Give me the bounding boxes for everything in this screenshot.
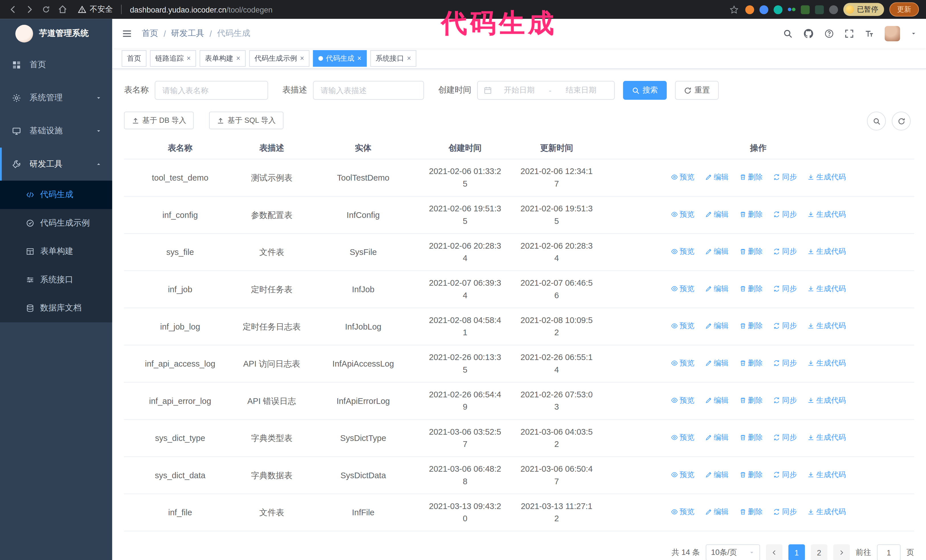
action-delete[interactable]: 删除: [739, 469, 763, 481]
fontsize-icon[interactable]: [864, 29, 874, 38]
tab-form-builder[interactable]: 表单构建×: [200, 50, 246, 66]
action-preview[interactable]: 预览: [671, 432, 694, 444]
sidebar-item-codegen-example[interactable]: 代码生成示例: [0, 209, 112, 237]
action-generate[interactable]: 生成代码: [808, 208, 846, 221]
action-delete[interactable]: 删除: [739, 208, 763, 221]
extension-icon[interactable]: [773, 5, 782, 14]
table-name-input[interactable]: [155, 81, 268, 100]
action-generate[interactable]: 生成代码: [808, 320, 846, 332]
update-button[interactable]: 更新: [889, 2, 919, 17]
puzzle-extension-icon[interactable]: [829, 5, 838, 14]
action-generate[interactable]: 生成代码: [808, 171, 846, 184]
close-icon[interactable]: ×: [407, 55, 411, 62]
action-preview[interactable]: 预览: [671, 357, 694, 370]
action-edit[interactable]: 编辑: [705, 357, 729, 370]
hamburger-button[interactable]: [122, 28, 132, 39]
site-security[interactable]: 不安全: [78, 4, 113, 15]
refresh-table-button[interactable]: [892, 112, 911, 130]
app-logo[interactable]: 芋道管理系统: [0, 19, 112, 48]
close-icon[interactable]: ×: [187, 55, 191, 62]
close-icon[interactable]: ×: [357, 55, 362, 62]
search-button[interactable]: 搜索: [623, 81, 667, 100]
start-date-placeholder[interactable]: 开始日期: [492, 85, 546, 95]
action-generate[interactable]: 生成代码: [808, 357, 846, 370]
action-edit[interactable]: 编辑: [705, 208, 729, 221]
action-delete[interactable]: 删除: [739, 320, 763, 332]
action-preview[interactable]: 预览: [671, 246, 694, 258]
url-bar[interactable]: dashboard.yudao.iocoder.cn/tool/codegen: [130, 5, 272, 14]
action-generate[interactable]: 生成代码: [808, 469, 846, 481]
action-sync[interactable]: 同步: [773, 320, 797, 332]
home-button[interactable]: [57, 3, 68, 15]
tab-codegen[interactable]: 代码生成×: [313, 50, 367, 66]
action-generate[interactable]: 生成代码: [808, 432, 846, 444]
page-button-1[interactable]: 1: [788, 544, 805, 560]
sidebar-item-system[interactable]: 系统管理: [0, 82, 112, 115]
action-edit[interactable]: 编辑: [705, 171, 729, 184]
action-edit[interactable]: 编辑: [705, 246, 729, 258]
avatar-caret-icon[interactable]: [911, 31, 917, 37]
end-date-placeholder[interactable]: 结束日期: [554, 85, 608, 95]
fullscreen-icon[interactable]: [844, 29, 854, 38]
user-avatar[interactable]: [885, 26, 900, 41]
sidebar-item-api[interactable]: 系统接口: [0, 266, 112, 294]
action-edit[interactable]: 编辑: [705, 394, 729, 407]
action-sync[interactable]: 同步: [773, 208, 797, 221]
sidebar-item-db-doc[interactable]: 数据库文档: [0, 294, 112, 322]
github-icon[interactable]: [803, 28, 814, 39]
action-sync[interactable]: 同步: [773, 394, 797, 407]
action-generate[interactable]: 生成代码: [808, 282, 846, 295]
action-preview[interactable]: 预览: [671, 320, 694, 332]
action-delete[interactable]: 删除: [739, 432, 763, 444]
action-sync[interactable]: 同步: [773, 506, 797, 518]
action-generate[interactable]: 生成代码: [808, 506, 846, 518]
search-icon[interactable]: [783, 29, 792, 38]
sidebar-item-form-builder[interactable]: 表单构建: [0, 237, 112, 266]
action-edit[interactable]: 编辑: [705, 320, 729, 332]
action-delete[interactable]: 删除: [739, 246, 763, 258]
reload-button[interactable]: [40, 3, 52, 15]
import-db-button[interactable]: 基于 DB 导入: [124, 112, 194, 129]
paused-badge[interactable]: 已暂停: [843, 3, 884, 16]
extension-icon[interactable]: [759, 5, 768, 14]
prev-page-button[interactable]: [766, 544, 782, 560]
action-edit[interactable]: 编辑: [705, 432, 729, 444]
action-preview[interactable]: 预览: [671, 394, 694, 407]
extension-icon[interactable]: [801, 5, 810, 14]
tab-api[interactable]: 系统接口×: [371, 50, 416, 66]
page-button-2[interactable]: 2: [811, 544, 828, 560]
action-delete[interactable]: 删除: [739, 357, 763, 370]
sidebar-item-devtools[interactable]: 研发工具: [0, 148, 112, 181]
close-icon[interactable]: ×: [236, 55, 241, 62]
goto-page-input[interactable]: [877, 544, 901, 560]
bookmark-star-icon[interactable]: [728, 3, 740, 15]
toggle-search-button[interactable]: [867, 112, 886, 130]
action-delete[interactable]: 删除: [739, 394, 763, 407]
action-sync[interactable]: 同步: [773, 432, 797, 444]
tab-home[interactable]: 首页: [122, 50, 147, 66]
help-icon[interactable]: [824, 29, 834, 38]
extension-icon[interactable]: [815, 5, 824, 14]
action-generate[interactable]: 生成代码: [808, 394, 846, 407]
table-desc-input[interactable]: [313, 81, 424, 100]
sidebar-item-infra[interactable]: 基础设施: [0, 115, 112, 148]
breadcrumb-home[interactable]: 首页: [142, 28, 158, 39]
import-sql-button[interactable]: 基于 SQL 导入: [209, 112, 283, 129]
action-edit[interactable]: 编辑: [705, 282, 729, 295]
action-sync[interactable]: 同步: [773, 469, 797, 481]
back-button[interactable]: [7, 3, 19, 15]
action-preview[interactable]: 预览: [671, 469, 694, 481]
breadcrumb-devtools[interactable]: 研发工具: [171, 28, 204, 39]
sidebar-item-home[interactable]: 首页: [0, 48, 112, 82]
action-delete[interactable]: 删除: [739, 171, 763, 184]
action-preview[interactable]: 预览: [671, 282, 694, 295]
next-page-button[interactable]: [834, 544, 850, 560]
date-range-picker[interactable]: 开始日期 - 结束日期: [477, 81, 615, 100]
action-edit[interactable]: 编辑: [705, 506, 729, 518]
action-sync[interactable]: 同步: [773, 246, 797, 258]
forward-button[interactable]: [24, 3, 35, 15]
action-generate[interactable]: 生成代码: [808, 246, 846, 258]
action-delete[interactable]: 删除: [739, 282, 763, 295]
page-size-select[interactable]: 10条/页: [706, 544, 760, 560]
action-sync[interactable]: 同步: [773, 282, 797, 295]
